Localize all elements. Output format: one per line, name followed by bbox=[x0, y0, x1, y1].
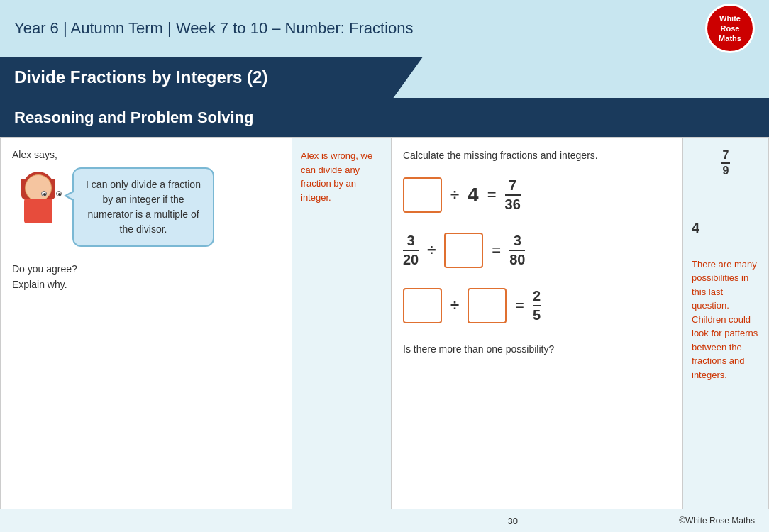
page-header: Year 6 | Autumn Term | Week 7 to 10 – Nu… bbox=[0, 0, 769, 57]
equals-1: = bbox=[487, 186, 497, 204]
alex-says-label: Alex says, bbox=[12, 149, 280, 160]
fraction-7-36: 7 36 bbox=[505, 177, 521, 213]
title-background: Divide Fractions by Integers (2) bbox=[0, 57, 769, 98]
calc-title: Calculate the missing fractions and inte… bbox=[403, 149, 671, 163]
empty-box-3 bbox=[403, 288, 442, 323]
subtitle-bar: Reasoning and Problem Solving bbox=[0, 98, 769, 137]
char-pupil-left bbox=[43, 193, 46, 196]
ans-fraction-line bbox=[721, 162, 730, 164]
main-content: Alex says, I can only divide bbox=[0, 137, 769, 509]
agree-line1: Do you agree? bbox=[12, 261, 280, 277]
right-panel: Calculate the missing fractions and inte… bbox=[392, 138, 683, 509]
equation-row-1: ÷ 4 = 7 36 bbox=[403, 177, 671, 213]
char-body bbox=[24, 199, 52, 223]
ans-num-7: 7 bbox=[723, 149, 729, 162]
den-80: 80 bbox=[509, 252, 525, 268]
num-3b: 3 bbox=[514, 233, 521, 249]
page-number: 30 bbox=[347, 516, 680, 526]
answer-panel-left: Alex is wrong, we can divide any fractio… bbox=[292, 138, 392, 509]
equation-row-3: ÷ = 2 5 bbox=[403, 288, 671, 323]
integer-4: 4 bbox=[468, 184, 479, 206]
answer-many-possibilities: There are many possibilities in this las… bbox=[692, 257, 760, 382]
fraction-line-4 bbox=[533, 305, 541, 306]
operator-2: ÷ bbox=[427, 241, 436, 260]
lesson-title: Divide Fractions by Integers (2) bbox=[14, 67, 267, 87]
logo-text: WhiteRoseMaths bbox=[719, 13, 741, 44]
fraction-line-2 bbox=[403, 250, 419, 251]
copyright: ©White Rose Maths bbox=[679, 516, 755, 526]
header-title: Year 6 | Autumn Term | Week 7 to 10 – Nu… bbox=[14, 19, 414, 38]
fraction-2-5: 2 5 bbox=[533, 288, 541, 323]
alex-character bbox=[12, 167, 65, 224]
alex-row: I can only divide a fraction by an integ… bbox=[12, 167, 280, 247]
answer-fraction-7-9: 7 9 bbox=[692, 149, 760, 177]
possibility-question: Is there more than one possibility? bbox=[403, 343, 671, 355]
answer-text-left: Alex is wrong, we can divide any fractio… bbox=[301, 150, 372, 203]
fraction-3-20: 3 20 bbox=[403, 233, 419, 268]
den-36: 36 bbox=[505, 196, 521, 213]
equals-2: = bbox=[492, 241, 501, 260]
fraction-3-80: 3 80 bbox=[509, 233, 525, 268]
agree-question: Do you agree? Explain why. bbox=[12, 261, 280, 293]
char-head bbox=[25, 174, 52, 201]
den-20: 20 bbox=[403, 252, 419, 268]
answer-panel-right: 7 9 4 There are many possibilities in th… bbox=[683, 138, 768, 509]
agree-line2: Explain why. bbox=[12, 277, 280, 292]
num-2: 2 bbox=[533, 288, 541, 304]
title-bar: Divide Fractions by Integers (2) bbox=[0, 57, 423, 98]
fraction-line-1 bbox=[505, 194, 521, 196]
operator-1: ÷ bbox=[450, 186, 459, 204]
answer-integer-4: 4 bbox=[692, 220, 760, 236]
num-3a: 3 bbox=[407, 233, 415, 249]
empty-box-2 bbox=[444, 233, 483, 268]
left-panel: Alex says, I can only divide bbox=[1, 138, 292, 509]
char-eye-left bbox=[41, 191, 47, 196]
subtitle-text: Reasoning and Problem Solving bbox=[14, 109, 253, 127]
empty-box-4 bbox=[468, 288, 507, 323]
den-5: 5 bbox=[533, 307, 541, 323]
page-footer: 30 ©White Rose Maths bbox=[0, 509, 769, 532]
fraction-line-3 bbox=[509, 250, 525, 251]
wrm-logo: WhiteRoseMaths bbox=[705, 4, 755, 53]
char-eye-right bbox=[56, 191, 62, 196]
operator-3: ÷ bbox=[450, 297, 459, 315]
equation-row-2: 3 20 ÷ = 3 80 bbox=[403, 233, 671, 268]
char-pupil-right bbox=[58, 193, 61, 196]
ans-den-9: 9 bbox=[723, 165, 729, 177]
speech-bubble: I can only divide a fraction by an integ… bbox=[72, 167, 214, 247]
speech-bubble-text: I can only divide a fraction by an integ… bbox=[86, 179, 201, 235]
empty-box-1 bbox=[403, 177, 442, 213]
num-7: 7 bbox=[509, 177, 516, 194]
equals-3: = bbox=[515, 297, 524, 315]
